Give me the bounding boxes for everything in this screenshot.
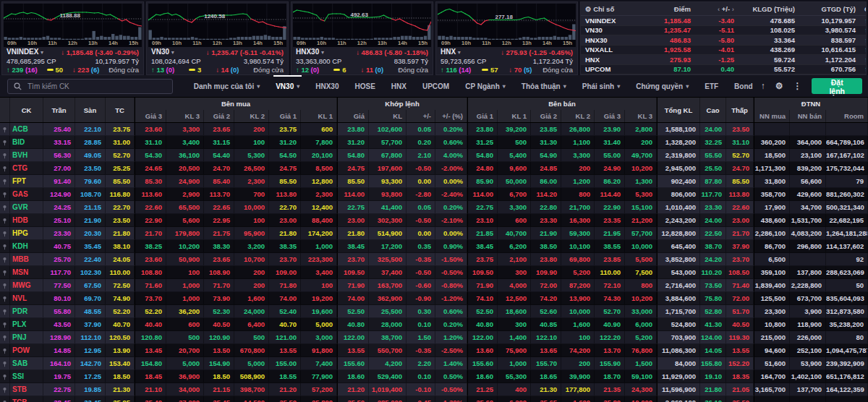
board-row[interactable]: GAS124.90108.70116.80113.602,900113.7070… [0,188,868,201]
pin-icon[interactable] [0,123,10,136]
board-row[interactable]: STB22.7519.8521.3021.1034,00021.15398,70… [0,383,868,396]
board-row[interactable]: PNJ128.90112.10120.50120.80500120.905001… [0,331,868,344]
index-sparkline-hnx30: 492.63 [293,4,431,40]
board-cell: 2.20 [407,357,435,370]
index-table-row[interactable]: HNX275.93-1.2559.7241,172.204↑ 116 57 ↓ … [581,55,866,65]
tab-upcom[interactable]: UPCOM [414,75,457,97]
ticker-cell[interactable]: BVH [10,149,43,162]
ticker-cell[interactable]: MBB [10,253,43,266]
pin-icon[interactable] [0,227,10,240]
pin-icon[interactable] [0,162,10,175]
ticker-cell[interactable]: BID [10,136,43,149]
board-cell: -0.10 [407,383,435,396]
index-name-dropdown[interactable]: VNINDEX ▾ [7,48,43,57]
pin-icon[interactable] [0,136,10,149]
pin-icon[interactable] [0,149,10,162]
board-row[interactable]: FPT91.4079.6085.5085.3024,90085.402,3008… [0,175,868,188]
ticker-cell[interactable]: TCB [10,396,43,402]
board-row[interactable]: MSN117.70102.30110.00108.80100108.902001… [0,266,868,279]
ticker-cell[interactable]: GAS [10,188,43,201]
board-row[interactable]: HPG23.3020.3021.8021.70179,80021.7595,90… [0,227,868,240]
board-row[interactable]: KDH40.7535.4538.1038.2510,20038.303,2003… [0,240,868,253]
index-table-row[interactable]: VNXALL1,925.58-4.01438.26910,616.415↑ 25… [581,46,866,56]
kebab-menu-icon[interactable]: ⋮ [793,82,801,90]
board-row[interactable]: POW14.8512.9513.9013.4520,70013.50670,80… [0,344,868,357]
place-order-button[interactable]: Đặt lệnh [812,78,862,94]
ticker-cell[interactable]: PNJ [10,331,43,344]
pin-icon[interactable] [0,253,10,266]
ticker-cell[interactable]: PLX [10,318,43,331]
pin-icon[interactable] [0,305,10,318]
tab-hnx[interactable]: HNX [383,75,414,97]
pin-icon[interactable] [0,175,10,188]
ticker-cell[interactable]: HDB [10,214,43,227]
board-row[interactable]: GVR24.2521.1522.7022.6065,50022.6510,000… [0,201,868,214]
tab-cp-nganh[interactable]: CP Ngành▾ [457,75,514,97]
index-table-row[interactable]: HNX30486.83-5.8033.364838.597↑ 12 6 ↓ 11 [581,35,866,46]
tab-hose[interactable]: HOSE [346,75,383,97]
arrow-up-icon[interactable]: ↑ [761,82,765,90]
board-row[interactable]: PLX43.5037.9040.7040.4060040.506,40040.7… [0,318,868,331]
ticker-cell[interactable]: NVL [10,292,43,305]
search-input[interactable] [26,82,166,91]
settings-gear-icon[interactable]: ⚙ [775,82,783,90]
gear-icon[interactable]: ⚙ [585,5,592,13]
board-row[interactable]: PDR55.8048.5552.2052.2036,20052.3024,000… [0,305,868,318]
board-row[interactable]: NVL80.1069.7074.9073.701,00073.901,60074… [0,292,868,305]
board-row[interactable]: MBB25.7022.4024.0523.6050,90023.6510,700… [0,253,868,266]
pin-icon[interactable] [0,201,10,214]
tab-vn30[interactable]: VN30▾ [268,75,307,97]
board-row[interactable]: CTG27.0023.5025.2524.6520,50024.7026,500… [0,162,868,175]
tab-phai-sinh[interactable]: Phái sinh▾ [574,75,628,97]
index-name-dropdown[interactable]: HNX ▾ [441,48,461,57]
ticker-cell[interactable]: ACB [10,123,43,136]
ticker-cell[interactable]: MSN [10,266,43,279]
board-row[interactable]: SSI19.7517.2518.5018.4536,90018.50508,90… [0,370,868,383]
index-table-row[interactable]: UPCOM87.100.4055.572670.756↑ 230 94 ↓ 12… [581,65,866,75]
index-table-row[interactable]: VN301,235.47-5.11108.0253,980.574↑ 13 3 … [581,26,866,36]
board-row[interactable]: HDB25.1021.9023.5022.905,60022.9510023.0… [0,214,868,227]
pin-icon[interactable] [0,240,10,253]
board-row[interactable]: BVH56.3049.0552.7054.3036,10054.405,3005… [0,149,868,162]
pin-icon[interactable] [0,370,10,383]
ticker-cell[interactable]: HPG [10,227,43,240]
tab-hnx30[interactable]: HNX30 [307,75,346,97]
board-row[interactable]: TCB38.4533.4535.9535.4037,20035.4514,500… [0,396,868,402]
ticker-cell[interactable]: MWG [10,279,43,292]
tab-chung-quyen[interactable]: Chứng quyền▾ [628,75,697,97]
index-name-dropdown[interactable]: VN30 ▾ [151,48,174,57]
ticker-cell[interactable]: PDR [10,305,43,318]
ticker-cell[interactable]: SAB [10,357,43,370]
ticker-cell[interactable]: KDH [10,240,43,253]
board-cell: 25.50 [700,162,726,175]
board-row[interactable]: ACB25.4022.1023.7523.603,30023.6520023.7… [0,123,868,136]
board-cell: 22.10 [75,123,106,136]
board-row[interactable]: BID33.1528.8531.0031.103,40031.1510031.2… [0,136,868,149]
ticker-cell[interactable]: STB [10,383,43,396]
ticker-cell[interactable]: CTG [10,162,43,175]
search-box[interactable] [7,79,173,94]
pin-icon[interactable] [0,214,10,227]
board-row[interactable]: SAB164.10142.70153.40154.805,000154.905,… [0,357,868,370]
pin-icon[interactable] [0,188,10,201]
tab-bond[interactable]: Bond [726,75,761,97]
pin-icon[interactable] [0,266,10,279]
index-table-row[interactable]: VNINDEX1,185.48-3.40478.68510,179.957↑ 2… [581,16,866,26]
index-name-dropdown[interactable]: HNX30 ▾ [296,48,324,57]
pin-icon[interactable] [0,292,10,305]
ticker-cell[interactable]: FPT [10,175,43,188]
pin-icon[interactable] [0,318,10,331]
pin-icon[interactable] [0,279,10,292]
ticker-cell[interactable]: POW [10,344,43,357]
ticker-cell[interactable]: SSI [10,370,43,383]
pin-icon[interactable] [0,396,10,402]
board-row[interactable]: MWG77.5067.5072.5071.601,00071.7020071.8… [0,279,868,292]
tab-my-list[interactable]: Danh mục của tôi▾ [186,75,268,97]
pin-icon[interactable] [0,383,10,396]
ticker-cell[interactable]: GVR [10,201,43,214]
tab-thoa-thuan[interactable]: Thỏa thuận▾ [514,75,574,97]
tab-etf[interactable]: ETF [697,75,726,97]
pin-icon[interactable] [0,357,10,370]
pin-icon[interactable] [0,331,10,344]
pin-icon[interactable] [0,344,10,357]
